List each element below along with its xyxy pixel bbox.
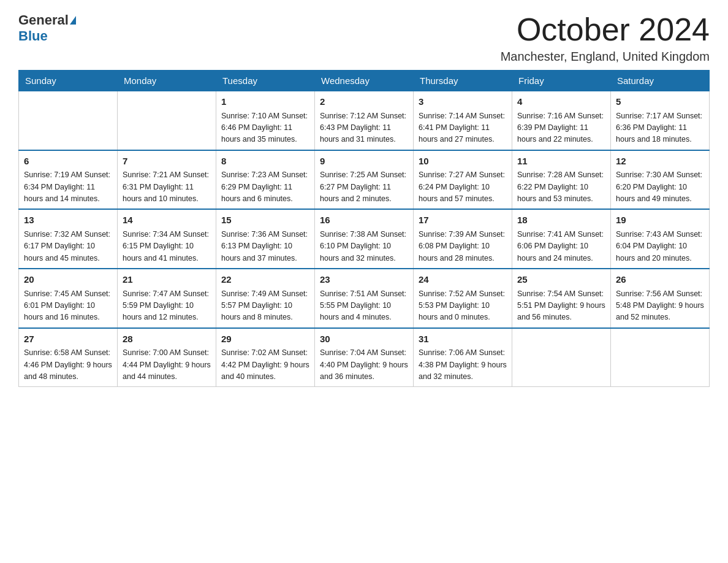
calendar-cell: 19Sunrise: 7:43 AM Sunset: 6:04 PM Dayli…: [611, 209, 710, 269]
calendar-cell: [19, 91, 118, 150]
page-header: General Blue October 2024 Manchester, En…: [18, 12, 710, 64]
calendar-week-row: 1Sunrise: 7:10 AM Sunset: 6:46 PM Daylig…: [19, 91, 710, 150]
logo: General Blue: [18, 12, 76, 44]
calendar-cell: 23Sunrise: 7:51 AM Sunset: 5:55 PM Dayli…: [315, 269, 414, 328]
calendar-cell: [118, 91, 216, 150]
day-info: Sunrise: 7:06 AM Sunset: 4:38 PM Dayligh…: [419, 347, 507, 383]
calendar-cell: 4Sunrise: 7:16 AM Sunset: 6:39 PM Daylig…: [512, 91, 611, 150]
day-number: 26: [616, 273, 704, 287]
day-number: 17: [419, 213, 507, 228]
calendar-cell: [611, 328, 710, 387]
logo-general-text: General: [18, 12, 69, 28]
day-number: 4: [517, 95, 605, 109]
calendar-week-row: 13Sunrise: 7:32 AM Sunset: 6:17 PM Dayli…: [19, 209, 710, 269]
calendar-table: SundayMondayTuesdayWednesdayThursdayFrid…: [18, 70, 710, 387]
calendar-header-thursday: Thursday: [414, 71, 512, 91]
calendar-cell: 9Sunrise: 7:25 AM Sunset: 6:27 PM Daylig…: [315, 150, 414, 210]
day-number: 30: [320, 332, 408, 347]
logo-triangle-icon: [70, 16, 76, 25]
day-number: 23: [320, 273, 408, 287]
calendar-cell: 28Sunrise: 7:00 AM Sunset: 4:44 PM Dayli…: [118, 328, 216, 387]
calendar-cell: 17Sunrise: 7:39 AM Sunset: 6:08 PM Dayli…: [414, 209, 512, 269]
calendar-cell: 26Sunrise: 7:56 AM Sunset: 5:48 PM Dayli…: [611, 269, 710, 328]
day-info: Sunrise: 7:23 AM Sunset: 6:29 PM Dayligh…: [221, 169, 309, 205]
day-info: Sunrise: 7:47 AM Sunset: 5:59 PM Dayligh…: [123, 288, 211, 324]
calendar-cell: 18Sunrise: 7:41 AM Sunset: 6:06 PM Dayli…: [512, 209, 611, 269]
day-info: Sunrise: 7:30 AM Sunset: 6:20 PM Dayligh…: [616, 169, 704, 205]
calendar-cell: 1Sunrise: 7:10 AM Sunset: 6:46 PM Daylig…: [216, 91, 315, 150]
day-number: 16: [320, 213, 408, 228]
day-number: 2: [320, 95, 408, 109]
day-info: Sunrise: 7:39 AM Sunset: 6:08 PM Dayligh…: [419, 229, 507, 264]
day-info: Sunrise: 7:36 AM Sunset: 6:13 PM Dayligh…: [221, 229, 309, 264]
day-info: Sunrise: 7:38 AM Sunset: 6:10 PM Dayligh…: [320, 229, 408, 264]
day-number: 12: [616, 155, 704, 169]
day-number: 11: [517, 155, 605, 169]
calendar-cell: 29Sunrise: 7:02 AM Sunset: 4:42 PM Dayli…: [216, 328, 315, 387]
day-number: 14: [123, 213, 211, 228]
calendar-cell: [512, 328, 611, 387]
logo-blue-text: Blue: [18, 28, 48, 44]
calendar-cell: 10Sunrise: 7:27 AM Sunset: 6:24 PM Dayli…: [414, 150, 512, 210]
day-number: 7: [123, 155, 211, 169]
day-info: Sunrise: 7:41 AM Sunset: 6:06 PM Dayligh…: [517, 229, 605, 264]
day-info: Sunrise: 7:34 AM Sunset: 6:15 PM Dayligh…: [123, 229, 211, 264]
day-info: Sunrise: 7:43 AM Sunset: 6:04 PM Dayligh…: [616, 229, 704, 264]
calendar-header-row: SundayMondayTuesdayWednesdayThursdayFrid…: [19, 71, 710, 91]
day-info: Sunrise: 7:45 AM Sunset: 6:01 PM Dayligh…: [24, 288, 112, 324]
calendar-cell: 25Sunrise: 7:54 AM Sunset: 5:51 PM Dayli…: [512, 269, 611, 328]
calendar-cell: 16Sunrise: 7:38 AM Sunset: 6:10 PM Dayli…: [315, 209, 414, 269]
calendar-cell: 21Sunrise: 7:47 AM Sunset: 5:59 PM Dayli…: [118, 269, 216, 328]
calendar-header-sunday: Sunday: [19, 71, 118, 91]
calendar-cell: 11Sunrise: 7:28 AM Sunset: 6:22 PM Dayli…: [512, 150, 611, 210]
day-number: 19: [616, 213, 704, 228]
day-info: Sunrise: 7:25 AM Sunset: 6:27 PM Dayligh…: [320, 169, 408, 205]
calendar-cell: 12Sunrise: 7:30 AM Sunset: 6:20 PM Dayli…: [611, 150, 710, 210]
day-info: Sunrise: 7:27 AM Sunset: 6:24 PM Dayligh…: [419, 169, 507, 205]
calendar-week-row: 27Sunrise: 6:58 AM Sunset: 4:46 PM Dayli…: [19, 328, 710, 387]
calendar-header-friday: Friday: [512, 71, 611, 91]
day-number: 6: [24, 155, 112, 169]
day-info: Sunrise: 7:21 AM Sunset: 6:31 PM Dayligh…: [123, 169, 211, 205]
day-info: Sunrise: 7:52 AM Sunset: 5:53 PM Dayligh…: [419, 288, 507, 324]
location-title: Manchester, England, United Kingdom: [501, 50, 710, 64]
calendar-cell: 22Sunrise: 7:49 AM Sunset: 5:57 PM Dayli…: [216, 269, 315, 328]
day-number: 20: [24, 273, 112, 287]
day-info: Sunrise: 7:28 AM Sunset: 6:22 PM Dayligh…: [517, 169, 605, 205]
day-number: 5: [616, 95, 704, 109]
day-info: Sunrise: 7:00 AM Sunset: 4:44 PM Dayligh…: [123, 347, 211, 383]
day-info: Sunrise: 7:49 AM Sunset: 5:57 PM Dayligh…: [221, 288, 309, 324]
day-number: 9: [320, 155, 408, 169]
day-info: Sunrise: 7:12 AM Sunset: 6:43 PM Dayligh…: [320, 110, 408, 146]
calendar-cell: 31Sunrise: 7:06 AM Sunset: 4:38 PM Dayli…: [414, 328, 512, 387]
day-info: Sunrise: 7:54 AM Sunset: 5:51 PM Dayligh…: [517, 288, 605, 324]
calendar-week-row: 20Sunrise: 7:45 AM Sunset: 6:01 PM Dayli…: [19, 269, 710, 328]
day-info: Sunrise: 7:32 AM Sunset: 6:17 PM Dayligh…: [24, 229, 112, 264]
day-info: Sunrise: 7:17 AM Sunset: 6:36 PM Dayligh…: [616, 110, 704, 146]
calendar-cell: 2Sunrise: 7:12 AM Sunset: 6:43 PM Daylig…: [315, 91, 414, 150]
day-info: Sunrise: 7:14 AM Sunset: 6:41 PM Dayligh…: [419, 110, 507, 146]
day-info: Sunrise: 7:51 AM Sunset: 5:55 PM Dayligh…: [320, 288, 408, 324]
day-number: 22: [221, 273, 309, 287]
calendar-cell: 7Sunrise: 7:21 AM Sunset: 6:31 PM Daylig…: [118, 150, 216, 210]
day-info: Sunrise: 7:19 AM Sunset: 6:34 PM Dayligh…: [24, 169, 112, 205]
calendar-header-monday: Monday: [118, 71, 216, 91]
day-number: 24: [419, 273, 507, 287]
day-number: 28: [123, 332, 211, 347]
calendar-cell: 14Sunrise: 7:34 AM Sunset: 6:15 PM Dayli…: [118, 209, 216, 269]
day-number: 1: [221, 95, 309, 109]
day-number: 13: [24, 213, 112, 228]
calendar-header-wednesday: Wednesday: [315, 71, 414, 91]
day-info: Sunrise: 7:16 AM Sunset: 6:39 PM Dayligh…: [517, 110, 605, 146]
day-number: 29: [221, 332, 309, 347]
day-number: 25: [517, 273, 605, 287]
calendar-cell: 3Sunrise: 7:14 AM Sunset: 6:41 PM Daylig…: [414, 91, 512, 150]
calendar-cell: 27Sunrise: 6:58 AM Sunset: 4:46 PM Dayli…: [19, 328, 118, 387]
calendar-cell: 6Sunrise: 7:19 AM Sunset: 6:34 PM Daylig…: [19, 150, 118, 210]
calendar-header-saturday: Saturday: [611, 71, 710, 91]
calendar-week-row: 6Sunrise: 7:19 AM Sunset: 6:34 PM Daylig…: [19, 150, 710, 210]
calendar-header-tuesday: Tuesday: [216, 71, 315, 91]
day-info: Sunrise: 7:10 AM Sunset: 6:46 PM Dayligh…: [221, 110, 309, 146]
day-info: Sunrise: 7:56 AM Sunset: 5:48 PM Dayligh…: [616, 288, 704, 324]
day-info: Sunrise: 6:58 AM Sunset: 4:46 PM Dayligh…: [24, 347, 112, 383]
